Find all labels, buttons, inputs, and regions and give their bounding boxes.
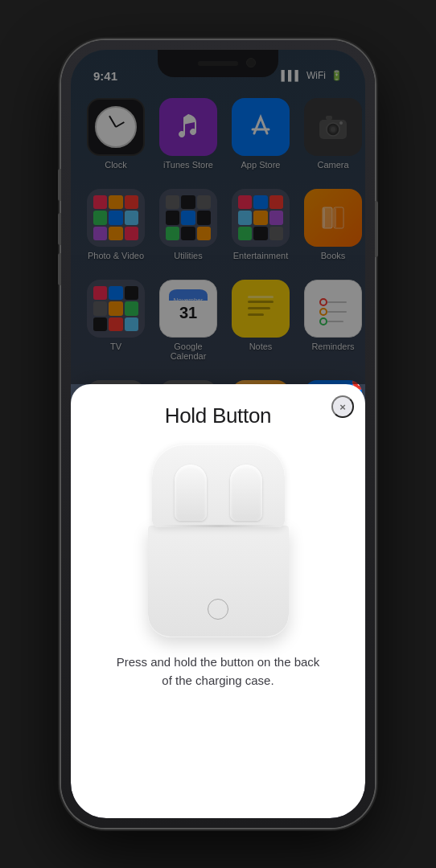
modal-title: Hold Button: [165, 403, 272, 428]
screen-dim-overlay: [71, 50, 365, 384]
airpod-left: [175, 465, 207, 521]
hold-button-modal: × Hold Button Press and hold the button …: [71, 384, 365, 818]
phone-frame: 9:41 ▌▌▌ WiFi 🔋 Clock: [61, 40, 375, 828]
airpod-right: [230, 465, 262, 521]
phone-screen: 9:41 ▌▌▌ WiFi 🔋 Clock: [71, 50, 365, 818]
airpods-illustration: [138, 444, 298, 637]
modal-close-button[interactable]: ×: [331, 395, 354, 418]
airpods-case-body: [148, 526, 289, 637]
modal-description: Press and hold the button on the back of…: [113, 653, 323, 690]
airpods-case-lid: [152, 444, 285, 527]
case-back-button: [208, 599, 228, 620]
